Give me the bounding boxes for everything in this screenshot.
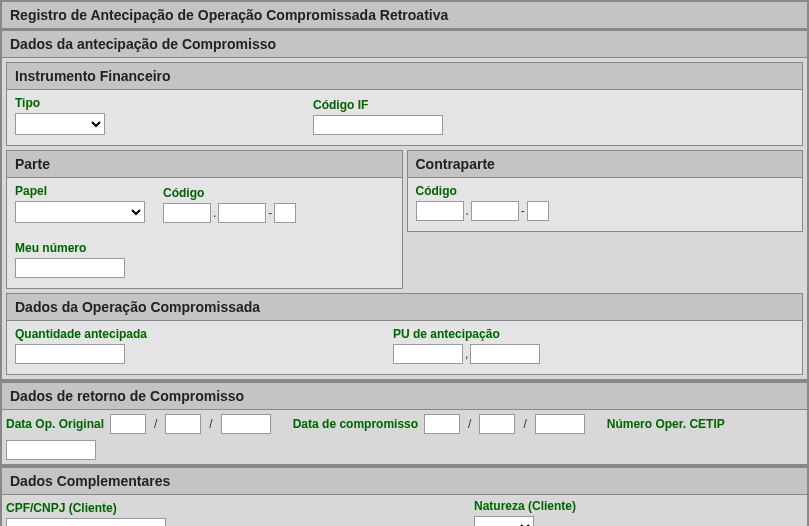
numero-cetip-label: Número Oper. CETIP: [607, 417, 725, 431]
data-compromisso-m-input[interactable]: [479, 414, 515, 434]
dados-antecipacao-container: Instrumento Financeiro Tipo Código IF Pa…: [0, 58, 809, 381]
dados-complementares-title: Dados Complementares: [0, 466, 809, 495]
dados-retorno-body: Data Op. Original / / Data de compromiss…: [0, 410, 809, 466]
data-compromisso-d-input[interactable]: [424, 414, 460, 434]
parte-codigo-sep2: -: [266, 206, 274, 220]
dados-operacao-body: Quantidade antecipada PU de antecipação …: [6, 321, 803, 375]
parte-codigo-sep1: .: [211, 206, 218, 220]
data-op-original-sep1: /: [152, 417, 159, 431]
dados-complementares-body: CPF/CNPJ (Cliente) Natureza (Cliente): [0, 495, 809, 526]
contraparte-codigo-sep1: .: [464, 204, 471, 218]
numero-cetip-input[interactable]: [6, 440, 96, 460]
contraparte-body: Código .-: [407, 178, 804, 232]
data-compromisso-sep2: /: [521, 417, 528, 431]
parte-papel-select[interactable]: [15, 201, 145, 223]
parte-codigo-c-input[interactable]: [274, 203, 296, 223]
data-compromisso-label: Data de compromisso: [293, 417, 418, 431]
parte-body: Papel Código .- Meu número: [6, 178, 403, 289]
data-compromisso-sep1: /: [466, 417, 473, 431]
codigo-if-label: Código IF: [313, 98, 443, 112]
parte-papel-label: Papel: [15, 184, 145, 198]
quantidade-label: Quantidade antecipada: [15, 327, 375, 341]
codigo-if-input[interactable]: [313, 115, 443, 135]
pu-sep: ,: [463, 347, 470, 361]
page-title: Registro de Antecipação de Operação Comp…: [0, 0, 809, 29]
quantidade-input[interactable]: [15, 344, 125, 364]
contraparte-codigo-sep2: -: [519, 204, 527, 218]
contraparte-codigo-c-input[interactable]: [527, 201, 549, 221]
cpf-cnpj-input[interactable]: [6, 518, 166, 526]
data-op-original-label: Data Op. Original: [6, 417, 104, 431]
parte-title: Parte: [6, 150, 403, 178]
natureza-select[interactable]: [474, 516, 534, 526]
data-op-original-y-input[interactable]: [221, 414, 271, 434]
pu-int-input[interactable]: [393, 344, 463, 364]
data-compromisso-y-input[interactable]: [535, 414, 585, 434]
instrumento-title: Instrumento Financeiro: [6, 62, 803, 90]
contraparte-codigo-label: Código: [416, 184, 549, 198]
data-op-original-d-input[interactable]: [110, 414, 146, 434]
parte-codigo-b-input[interactable]: [218, 203, 266, 223]
contraparte-codigo-a-input[interactable]: [416, 201, 464, 221]
natureza-label: Natureza (Cliente): [474, 499, 576, 513]
dados-retorno-title: Dados de retorno de Compromisso: [0, 381, 809, 410]
section-dados-antecipacao-title: Dados da antecipação de Compromisso: [0, 29, 809, 58]
tipo-select[interactable]: [15, 113, 105, 135]
contraparte-title: Contraparte: [407, 150, 804, 178]
pu-label: PU de antecipação: [393, 327, 540, 341]
dados-operacao-title: Dados da Operação Compromissada: [6, 293, 803, 321]
tipo-label: Tipo: [15, 96, 295, 110]
parte-codigo-a-input[interactable]: [163, 203, 211, 223]
data-op-original-sep2: /: [207, 417, 214, 431]
pu-dec-input[interactable]: [470, 344, 540, 364]
instrumento-body: Tipo Código IF: [6, 90, 803, 146]
cpf-cnpj-label: CPF/CNPJ (Cliente): [6, 501, 456, 515]
parte-codigo-label: Código: [163, 186, 296, 200]
contraparte-codigo-b-input[interactable]: [471, 201, 519, 221]
parte-meu-numero-label: Meu número: [15, 241, 125, 255]
data-op-original-m-input[interactable]: [165, 414, 201, 434]
parte-meu-numero-input[interactable]: [15, 258, 125, 278]
